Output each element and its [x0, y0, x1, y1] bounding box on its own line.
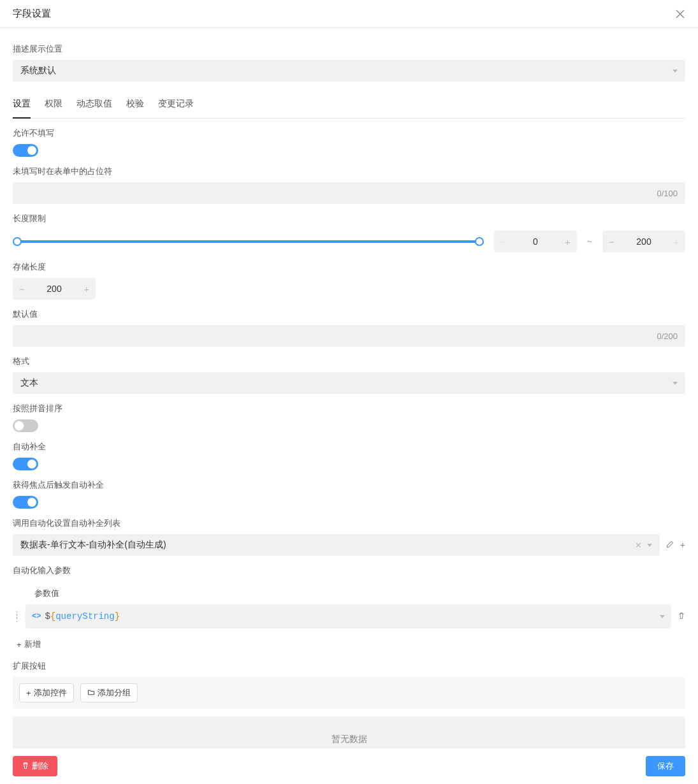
save-button[interactable]: 保存 — [646, 756, 685, 776]
format-label: 格式 — [13, 356, 685, 367]
chevron-down-icon[interactable] — [660, 615, 665, 618]
storage-length-label: 存储长度 — [13, 261, 685, 273]
delete-button[interactable]: 删除 — [13, 756, 57, 776]
format-value: 文本 — [20, 377, 38, 389]
add-param-label: 新增 — [24, 639, 41, 650]
plus-icon[interactable]: + — [680, 540, 685, 550]
length-max-value: 200 — [636, 236, 651, 247]
autocomplete-switch[interactable] — [13, 458, 38, 470]
expr-variable: queryString — [55, 611, 114, 621]
expr-close-brace: } — [115, 611, 120, 621]
minus-icon[interactable]: − — [609, 236, 614, 247]
plus-icon[interactable]: + — [84, 284, 89, 294]
chevron-down-icon — [673, 382, 678, 385]
tab-validation[interactable]: 校验 — [126, 98, 144, 119]
tab-dynamic-value[interactable]: 动态取值 — [76, 98, 112, 119]
empty-state: 暂无数据 — [13, 716, 685, 748]
pinyin-sort-label: 按照拼音排序 — [13, 403, 685, 414]
modal-title: 字段设置 — [13, 8, 51, 20]
autocomplete-label: 自动补全 — [13, 441, 685, 453]
tab-settings[interactable]: 设置 — [13, 98, 31, 119]
minus-icon[interactable]: − — [500, 236, 506, 247]
desc-position-select[interactable]: 系统默认 — [13, 60, 685, 82]
empty-text: 暂无数据 — [331, 734, 367, 745]
code-icon: <> — [32, 612, 41, 621]
add-group-label: 添加分组 — [98, 687, 131, 699]
param-expression-input[interactable]: <> ${queryString} — [25, 604, 671, 628]
placeholder-label: 未填写时在表单中的占位符 — [13, 166, 685, 177]
expr-dollar: $ — [45, 611, 50, 621]
add-group-button[interactable]: 添加分组 — [80, 683, 138, 702]
plus-icon: + — [17, 640, 22, 650]
close-icon[interactable] — [675, 9, 685, 19]
desc-position-value: 系统默认 — [20, 65, 56, 76]
desc-position-label: 描述展示位置 — [13, 43, 685, 55]
placeholder-counter: 0/100 — [657, 189, 678, 198]
param-column-header: 参数值 — [13, 581, 685, 604]
trash-icon — [22, 762, 29, 771]
folder-icon — [87, 688, 95, 698]
autocomplete-auto-select[interactable]: 数据表-单行文本-自动补全(自动生成) ✕ — [13, 534, 660, 556]
add-control-button[interactable]: + 添加控件 — [19, 683, 74, 702]
autocomplete-auto-value: 数据表-单行文本-自动补全(自动生成) — [20, 539, 166, 551]
autocomplete-focus-switch[interactable] — [13, 496, 38, 509]
chevron-down-icon — [673, 69, 678, 73]
pinyin-sort-switch[interactable] — [13, 419, 38, 432]
allow-empty-label: 允许不填写 — [13, 127, 685, 139]
tab-changelog[interactable]: 变更记录 — [158, 98, 194, 119]
storage-length-value: 200 — [47, 284, 61, 294]
edit-icon[interactable] — [666, 540, 674, 550]
add-control-label: 添加控件 — [34, 687, 67, 699]
storage-length-input[interactable]: − 200 + — [13, 278, 96, 300]
clear-icon[interactable]: ✕ — [635, 541, 642, 550]
default-value-counter: 0/200 — [657, 331, 678, 341]
length-min-value: 0 — [533, 236, 538, 247]
default-value-label: 默认值 — [13, 309, 685, 320]
format-select[interactable]: 文本 — [13, 372, 685, 394]
save-label: 保存 — [657, 760, 674, 772]
allow-empty-switch[interactable] — [13, 144, 38, 157]
auto-params-label: 自动化输入参数 — [13, 565, 685, 576]
minus-icon[interactable]: − — [19, 284, 25, 294]
expr-open-brace: { — [50, 611, 55, 621]
extend-buttons-label: 扩展按钮 — [13, 660, 685, 672]
autocomplete-focus-label: 获得焦点后触发自动补全 — [13, 479, 685, 491]
slider-handle-min[interactable] — [13, 237, 22, 246]
length-max-input[interactable]: − 200 + — [602, 231, 685, 252]
default-value-input[interactable]: 0/200 — [13, 325, 685, 347]
length-slider[interactable] — [13, 239, 484, 244]
add-param-button[interactable]: + 新增 — [13, 632, 685, 651]
drag-handle-icon[interactable]: ⋮⋮⋮⋮ — [13, 613, 19, 620]
autocomplete-auto-label: 调用自动化设置自动补全列表 — [13, 518, 685, 529]
trash-icon[interactable] — [678, 611, 685, 621]
range-separator: ~ — [587, 236, 592, 247]
slider-handle-max[interactable] — [475, 237, 484, 246]
length-min-input[interactable]: − 0 + — [494, 231, 577, 252]
plus-icon: + — [26, 688, 31, 698]
plus-icon[interactable]: + — [673, 236, 679, 247]
chevron-down-icon — [647, 544, 652, 547]
placeholder-input[interactable]: 0/100 — [13, 182, 685, 204]
length-limit-label: 长度限制 — [13, 213, 685, 224]
tab-permissions[interactable]: 权限 — [45, 98, 62, 119]
delete-label: 删除 — [32, 760, 48, 772]
param-row: ⋮⋮⋮⋮ <> ${queryString} — [13, 604, 685, 632]
tabs: 设置 权限 动态取值 校验 变更记录 — [13, 98, 685, 119]
plus-icon[interactable]: + — [565, 236, 571, 247]
